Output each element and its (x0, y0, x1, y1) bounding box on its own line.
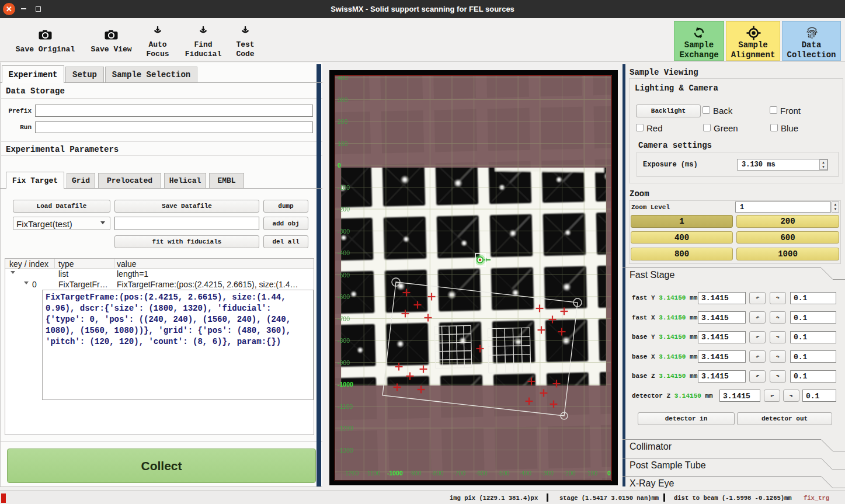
svg-text:-1300: -1300 (338, 447, 353, 454)
svg-text:-1100: -1100 (365, 470, 380, 477)
svg-text:400: 400 (338, 76, 348, 81)
svg-text:0: 0 (607, 470, 611, 477)
svg-text:-1000: -1000 (387, 470, 403, 477)
svg-text:-1100: -1100 (338, 403, 353, 410)
svg-text:-500: -500 (338, 272, 350, 279)
svg-text:-400: -400 (519, 470, 531, 477)
svg-text:-200: -200 (338, 206, 350, 213)
svg-text:300: 300 (338, 96, 348, 103)
svg-text:-800: -800 (431, 470, 443, 477)
svg-text:-700: -700 (453, 470, 465, 477)
svg-text:-1200: -1200 (338, 425, 353, 432)
svg-text:-700: -700 (338, 315, 350, 322)
svg-text:-800: -800 (338, 337, 350, 344)
svg-text:0: 0 (338, 162, 341, 169)
svg-text:100: 100 (338, 140, 348, 147)
svg-text:-100: -100 (338, 184, 350, 191)
svg-text:-300: -300 (541, 470, 554, 477)
svg-text:-100: -100 (585, 470, 597, 477)
svg-text:-600: -600 (338, 293, 350, 300)
svg-text:-600: -600 (475, 470, 488, 477)
svg-text:200: 200 (338, 118, 348, 125)
svg-text:-900: -900 (409, 470, 422, 477)
svg-text:-300: -300 (338, 228, 350, 235)
svg-text:-900: -900 (338, 359, 350, 366)
svg-text:-1000: -1000 (338, 381, 353, 388)
svg-text:-400: -400 (338, 249, 350, 256)
svg-text:-200: -200 (564, 470, 576, 477)
svg-text:-1200: -1200 (343, 470, 359, 477)
svg-text:-500: -500 (497, 470, 509, 477)
